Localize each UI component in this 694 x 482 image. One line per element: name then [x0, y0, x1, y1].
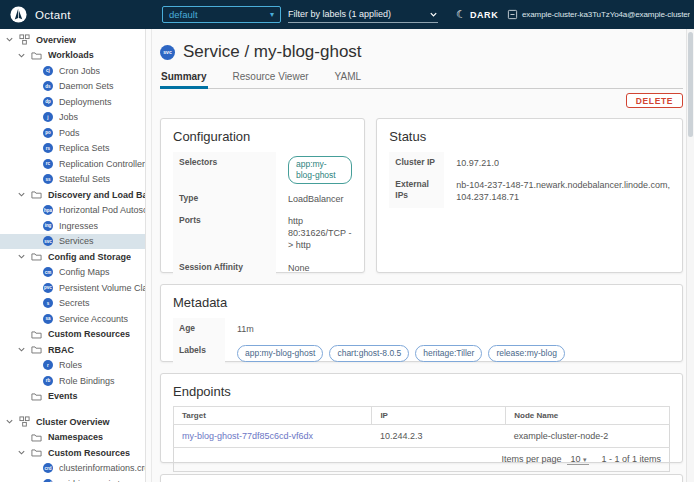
namespace-dropdown[interactable]: default ▾ — [162, 6, 281, 23]
context-label: example-cluster-ka3TuTzYo4a@example-clus… — [522, 10, 690, 19]
main-scrollbar-thumb[interactable] — [688, 32, 693, 137]
tab-summary[interactable]: Summary — [160, 71, 208, 88]
page-size-select[interactable]: 10 ▾ — [567, 454, 589, 465]
sidebar-item-clusterinformations-crd-projec[interactable]: crdclusterinformations.crd.projec — [0, 461, 145, 477]
sidebar-item-custom-resources[interactable]: Custom Resources — [0, 327, 145, 343]
resource-icon: po — [43, 128, 53, 138]
sidebar-item-persistent-volume-claims[interactable]: pvcPersistent Volume Claims — [0, 280, 145, 296]
delete-button[interactable]: DELETE — [626, 93, 683, 108]
chevron-down-icon[interactable] — [17, 190, 26, 199]
metadata-card: Metadata Age11mLabelsapp:my-blog-ghostch… — [160, 284, 683, 362]
sidebar-scrollbar[interactable] — [145, 29, 152, 482]
label-tag: release:my-blog — [488, 345, 564, 361]
sidebar-item-replication-controllers[interactable]: rcReplication Controllers — [0, 156, 145, 172]
sidebar-item-namespaces[interactable]: Namespaces — [0, 430, 145, 446]
resource-icon: pvc — [43, 283, 53, 293]
chevron-down-icon[interactable] — [17, 51, 26, 60]
label-tag: app:my-blog-ghost — [237, 345, 323, 361]
sidebar-item-csidrivers-csi-storage-k8s-io[interactable]: crdcsidrivers.csi.storage.k8s.io — [0, 476, 145, 482]
sidebar-section-gap — [0, 404, 145, 414]
resource-icon: ing — [43, 221, 53, 231]
field-row: Cluster IP10.97.21.0 — [389, 152, 670, 174]
page-title: Service / my-blog-ghost — [183, 42, 362, 62]
field-label: Age — [173, 318, 225, 340]
field-value: 11m — [225, 318, 254, 340]
filter-label: Filter by labels (1 applied) — [288, 9, 391, 19]
sidebar-item-label: Cluster Overview — [36, 417, 110, 427]
sidebar-nav: OverviewWorkloadscjCron JobsdsDaemon Set… — [0, 29, 145, 482]
sidebar-item-role-bindings[interactable]: rbRole Bindings — [0, 373, 145, 389]
chevron-down-icon[interactable] — [17, 448, 26, 457]
chevron-down-icon[interactable] — [5, 417, 14, 426]
overview-icon — [19, 416, 30, 427]
sidebar-item-label: Config Maps — [59, 267, 110, 277]
chevron-down-icon[interactable] — [17, 252, 26, 261]
main-content: svc Service / my-blog-ghost SummaryResou… — [153, 29, 686, 482]
sidebar-item-secrets[interactable]: sSecrets — [0, 296, 145, 312]
configuration-fields: Selectorsapp:my-blog-ghostTypeLoadBalanc… — [173, 152, 352, 301]
configuration-card: Configuration Selectorsapp:my-blog-ghost… — [160, 118, 365, 273]
field-value: nb-104-237-148-71.newark.nodebalancer.li… — [444, 174, 670, 208]
endpoints-table: TargetIPNode Name my-blog-ghost-77df85c6… — [173, 406, 670, 472]
sidebar-item-label: Deployments — [59, 97, 112, 107]
sidebar-item-workloads[interactable]: Workloads — [0, 48, 145, 64]
pagination-range: 1 - 1 of 1 items — [601, 454, 661, 464]
folder-icon — [31, 344, 42, 355]
field-row: Portshttp 80:31626/TCP -> http — [173, 210, 352, 256]
status-fields: Cluster IP10.97.21.0External IPsnb-104-2… — [389, 152, 670, 208]
field-row: Session AffinityNone — [173, 257, 352, 279]
endpoint-target-link[interactable]: my-blog-ghost-77df85c6cd-vf6dx — [182, 431, 313, 441]
sidebar-item-label: Namespaces — [48, 432, 103, 442]
field-row: TypeLoadBalancer — [173, 188, 352, 210]
sidebar-item-services[interactable]: svcServices — [0, 234, 145, 250]
sidebar-item-rbac[interactable]: RBAC — [0, 342, 145, 358]
page-header: svc Service / my-blog-ghost — [160, 42, 683, 62]
sidebar-item-jobs[interactable]: jJobs — [0, 110, 145, 126]
sidebar-item-cluster-overview[interactable]: Cluster Overview — [0, 414, 145, 430]
sidebar-item-stateful-sets[interactable]: ssStateful Sets — [0, 172, 145, 188]
sidebar-item-horizontal-pod-autoscalers[interactable]: hpaHorizontal Pod Autoscalers — [0, 203, 145, 219]
sidebar-item-custom-resources[interactable]: Custom Resources — [0, 445, 145, 461]
context-selector[interactable]: example-cluster-ka3TuTzYo4a@example-clus… — [507, 0, 690, 29]
sidebar-item-label: Cron Jobs — [59, 66, 100, 76]
resource-icon: ss — [43, 174, 53, 184]
caret-down-icon: ▾ — [270, 11, 274, 19]
tab-yaml[interactable]: YAML — [334, 71, 363, 88]
chevron-down-icon[interactable] — [5, 35, 14, 44]
label-filter[interactable]: Filter by labels (1 applied) — [288, 6, 438, 23]
tab-resource-viewer[interactable]: Resource Viewer — [232, 71, 310, 88]
field-label: Selectors — [173, 152, 276, 188]
column-header: Node Name — [506, 407, 670, 425]
sidebar-item-overview[interactable]: Overview — [0, 32, 145, 48]
column-header: IP — [372, 407, 506, 425]
endpoints-header-row: TargetIPNode Name — [174, 407, 670, 425]
card-title: Status — [389, 129, 670, 144]
sidebar-item-cron-jobs[interactable]: cjCron Jobs — [0, 63, 145, 79]
sidebar-item-events[interactable]: Events — [0, 389, 145, 405]
sidebar-item-deployments[interactable]: dpDeployments — [0, 94, 145, 110]
tab-bar: SummaryResource ViewerYAML — [160, 71, 683, 89]
sidebar-item-daemon-sets[interactable]: dsDaemon Sets — [0, 79, 145, 95]
field-value: 10.97.21.0 — [444, 152, 499, 174]
events-card: Events — [160, 474, 683, 482]
status-card: Status Cluster IP10.97.21.0External IPsn… — [376, 118, 683, 273]
sidebar-item-discovery-and-load-balancing[interactable]: Discovery and Load Balancing — [0, 187, 145, 203]
sidebar-item-service-accounts[interactable]: saService Accounts — [0, 311, 145, 327]
sidebar-item-pods[interactable]: poPods — [0, 125, 145, 141]
octant-logo-icon — [10, 6, 27, 23]
sidebar-item-config-maps[interactable]: cmConfig Maps — [0, 265, 145, 281]
card-title: Configuration — [173, 129, 352, 144]
card-title: Metadata — [173, 295, 670, 310]
sidebar-item-config-and-storage[interactable]: Config and Storage — [0, 249, 145, 265]
sidebar-item-roles[interactable]: rRoles — [0, 358, 145, 374]
sidebar-item-label: Services — [59, 236, 94, 246]
chevron-down-icon[interactable] — [17, 345, 26, 354]
theme-toggle[interactable]: ☾ DARK — [456, 0, 498, 29]
sidebar-item-label: Persistent Volume Claims — [59, 283, 145, 293]
sidebar-item-replica-sets[interactable]: rsReplica Sets — [0, 141, 145, 157]
sidebar-item-ingresses[interactable]: ingIngresses — [0, 218, 145, 234]
resource-icon: sa — [43, 314, 53, 324]
sidebar-item-label: Custom Resources — [48, 329, 130, 339]
sidebar-item-label: Config and Storage — [48, 252, 131, 262]
sidebar-item-label: Service Accounts — [59, 314, 128, 324]
